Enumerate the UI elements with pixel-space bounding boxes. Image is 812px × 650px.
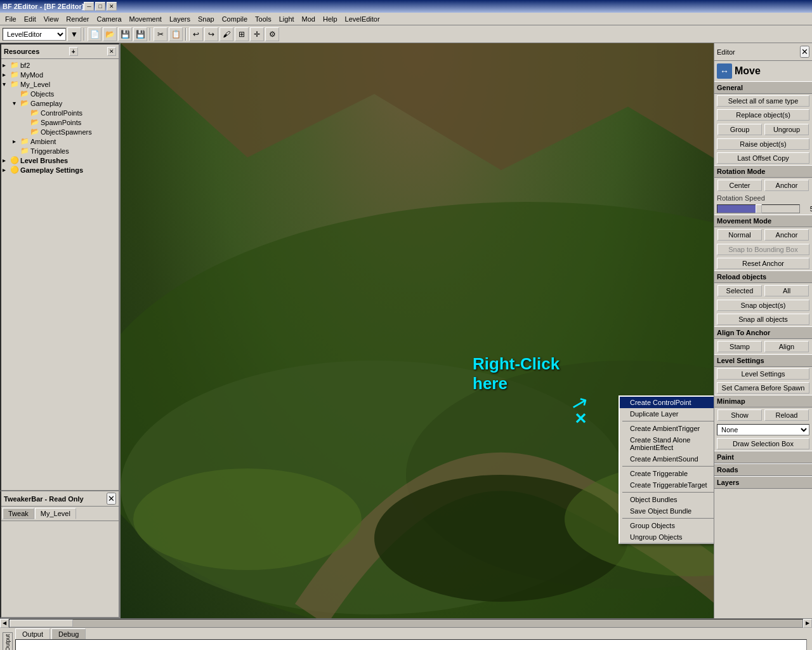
scroll-right-button[interactable]: ▶ — [803, 619, 812, 628]
ctx-duplicate-layer[interactable]: Duplicate Layer ▶ — [620, 408, 714, 420]
rotation-anchor-button[interactable]: Anchor — [764, 180, 809, 191]
ctx-object-bundles[interactable]: Object Bundles ▶ — [620, 494, 714, 505]
minimap-reload-button[interactable]: Reload — [764, 409, 809, 421]
toolbar-undo[interactable]: ↩ — [189, 27, 203, 41]
group-button[interactable]: Group — [717, 124, 762, 135]
minimize-button[interactable]: ─ — [84, 2, 94, 11]
section-reload-objects: Reload objects — [714, 270, 812, 283]
menu-render[interactable]: Render — [62, 14, 93, 24]
tree-item-objects[interactable]: 📂 Objects — [13, 89, 117, 98]
output-vert-tab[interactable]: Output — [3, 632, 13, 650]
toolbar-redo[interactable]: ↪ — [204, 27, 218, 41]
ctx-create-ambientsound[interactable]: Create AmbientSound — [620, 453, 714, 465]
group-ungroup-row: Group Ungroup — [714, 122, 812, 137]
ctx-ungroup-objects[interactable]: Ungroup Objects — [620, 531, 714, 543]
tree-item-triggerables[interactable]: 📁 Triggerables — [13, 146, 117, 156]
last-offset-copy-button[interactable]: Last Offset Copy — [717, 152, 809, 164]
minimap-dropdown[interactable]: None — [717, 424, 809, 435]
ctx-create-controlpoint[interactable]: Create ControlPoint — [620, 397, 714, 408]
menu-snap[interactable]: Snap — [194, 14, 218, 24]
tree-item-controlpoints[interactable]: 📂 ControlPoints — [23, 108, 117, 117]
rotation-speed-slider[interactable] — [717, 204, 800, 213]
toolbar-move[interactable]: ✛ — [250, 27, 264, 41]
viewport[interactable]: Right-Click here ↗ ✕ Create ControlPoint… — [121, 43, 714, 618]
tree-item-mymod[interactable]: ▸ 📁 MyMod — [3, 70, 117, 79]
menu-light[interactable]: Light — [275, 14, 298, 24]
minimap-show-button[interactable]: Show — [717, 409, 762, 421]
output-content — [15, 639, 807, 650]
toolbar-btn-1[interactable]: ▼ — [67, 27, 81, 41]
stamp-button[interactable]: Stamp — [717, 341, 762, 352]
menu-mod[interactable]: Mod — [298, 14, 319, 24]
menu-layers[interactable]: Layers — [166, 14, 194, 24]
toolbar-save[interactable]: 💾 — [118, 27, 132, 41]
scroll-left-button[interactable]: ◀ — [0, 619, 9, 628]
ctx-create-triggerable[interactable]: Create Triggerable — [620, 468, 714, 479]
movement-anchor-button[interactable]: Anchor — [764, 229, 809, 241]
tree-item-mylevel[interactable]: ▾ 📁 My_Level — [3, 79, 117, 89]
toolbar-wire[interactable]: ⊞ — [235, 27, 249, 41]
tweaker-close-button[interactable]: ✕ — [107, 493, 116, 505]
ctx-create-triggerabletarget[interactable]: Create TriggerableTarget — [620, 479, 714, 491]
reload-all-button[interactable]: All — [764, 285, 809, 296]
set-camera-before-spawn-button[interactable]: Set Camera Before Spawn — [717, 382, 809, 394]
menu-compile[interactable]: Compile — [218, 14, 251, 24]
toolbar-save2[interactable]: 💾 — [133, 27, 147, 41]
ctx-create-standalone[interactable]: Create Stand Alone AmbientEffect — [620, 434, 714, 453]
replace-objects-button[interactable]: Replace object(s) — [717, 109, 809, 121]
menu-movement[interactable]: Movement — [126, 14, 166, 24]
toolbar-extra[interactable]: ⚙ — [265, 27, 279, 41]
scroll-track[interactable] — [9, 619, 803, 628]
rotation-center-button[interactable]: Center — [717, 180, 762, 191]
tweaker-tab-mylevel[interactable]: My_Level — [35, 508, 76, 519]
movement-normal-button[interactable]: Normal — [717, 229, 762, 241]
resources-add-button[interactable]: + — [69, 47, 78, 56]
menu-edit[interactable]: Edit — [20, 14, 40, 24]
maximize-button[interactable]: □ — [95, 2, 105, 11]
section-paint[interactable]: Paint — [714, 451, 812, 463]
menu-view[interactable]: View — [40, 14, 63, 24]
toolbar-copy[interactable]: 📋 — [169, 27, 183, 41]
menu-camera[interactable]: Camera — [93, 14, 125, 24]
toolbar-paint[interactable]: 🖌 — [219, 27, 233, 41]
close-button[interactable]: ✕ — [107, 2, 117, 11]
tab-debug[interactable]: Debug — [51, 628, 86, 639]
tree-item-levelbrushes[interactable]: ▸ 🟡 Level Brushes — [3, 156, 117, 165]
raise-objects-button[interactable]: Raise object(s) — [717, 138, 809, 150]
tree-item-gameplay-settings[interactable]: ▸ 🟡 Gameplay Settings — [3, 165, 117, 175]
tree-item-gameplay[interactable]: ▾ 📂 Gameplay — [13, 98, 117, 108]
scroll-thumb[interactable] — [10, 620, 73, 627]
snap-objects-button[interactable]: Snap object(s) — [717, 300, 809, 311]
snap-all-objects-button[interactable]: Snap all objects — [717, 314, 809, 325]
section-roads[interactable]: Roads — [714, 463, 812, 476]
align-button[interactable]: Align — [764, 341, 809, 352]
ctx-group-objects[interactable]: Group Objects — [620, 520, 714, 531]
tree-item-objectspawners[interactable]: 📂 ObjectSpawners — [23, 127, 117, 136]
toolbar-open[interactable]: 📂 — [103, 27, 117, 41]
tree-item-spawnpoints[interactable]: 📂 SpawnPoints — [23, 117, 117, 127]
menu-tools[interactable]: Tools — [251, 14, 275, 24]
ungroup-button[interactable]: Ungroup — [764, 124, 809, 135]
reset-anchor-button[interactable]: Reset Anchor — [717, 258, 809, 269]
menu-help[interactable]: Help — [319, 14, 341, 24]
editor-close-button[interactable]: ✕ — [800, 46, 809, 58]
toolbar-cut[interactable]: ✂ — [154, 27, 167, 41]
horizontal-scrollbar[interactable]: ◀ ▶ — [0, 618, 812, 627]
toolbar-dropdown[interactable]: LevelEditor — [3, 28, 66, 41]
toolbar-new[interactable]: 📄 — [88, 27, 102, 41]
reload-selected-button[interactable]: Selected — [717, 285, 762, 296]
resources-close-button[interactable]: ✕ — [107, 47, 116, 56]
tweaker-tab-tweak[interactable]: Tweak — [3, 508, 34, 519]
tree-item-ambient[interactable]: ▸ 📁 Ambient — [13, 136, 117, 146]
draw-selection-box-button[interactable]: Draw Selection Box — [717, 438, 809, 449]
tab-output[interactable]: Output — [15, 628, 50, 639]
snap-to-bounding-box-button[interactable]: Snap to Bounding Box — [717, 244, 809, 255]
select-all-same-type-button[interactable]: Select all of same type — [717, 95, 809, 107]
tree-item-bf2[interactable]: ▸ 📁 bf2 — [3, 60, 117, 70]
section-layers[interactable]: Layers — [714, 476, 812, 489]
menu-file[interactable]: File — [1, 14, 20, 24]
ctx-create-ambienttrigger[interactable]: Create AmbientTrigger — [620, 423, 714, 434]
level-settings-button[interactable]: Level Settings — [717, 368, 809, 380]
ctx-save-object-bundle[interactable]: Save Object Bundle — [620, 505, 714, 517]
menu-leveleditor[interactable]: LevelEditor — [341, 14, 384, 24]
